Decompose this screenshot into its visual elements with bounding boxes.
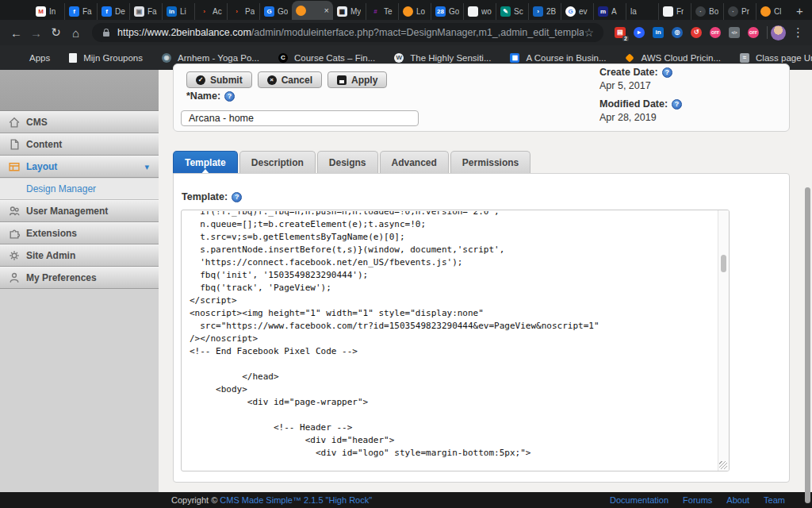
sidebar-item-site-admin[interactable]: Site Admin	[0, 244, 159, 267]
sidebar-item-cms[interactable]: CMS	[0, 111, 159, 133]
code-area[interactable]: if(!f._fbq)f._fbq=n;n.push=n;n.loaded=!0…	[182, 211, 718, 470]
submit-check-icon: ✓	[196, 75, 205, 85]
bookmark-item[interactable]: ≈Class page Unleas...	[740, 53, 812, 63]
blocker-off-extension-icon[interactable]: OFF	[710, 27, 721, 38]
browser-tab[interactable]: ·Bo	[691, 3, 723, 20]
red-tiles-extension-icon[interactable]: ▤2	[615, 27, 626, 38]
browser-tab[interactable]: inLi	[162, 3, 194, 20]
bookmark-label: Course Cats – Fin...	[294, 53, 375, 63]
browser-tab[interactable]: fFa	[64, 3, 97, 20]
resize-handle-icon[interactable]	[719, 461, 727, 469]
loom-extension-icon[interactable]: ▸	[634, 27, 645, 38]
reload-icon[interactable]: ↻	[46, 25, 66, 40]
back-icon[interactable]: ←	[6, 26, 26, 40]
browser-tab[interactable]: ›2B	[528, 3, 561, 20]
bookmark-item[interactable]: Mijn Groupons	[69, 53, 143, 63]
sidebar-item-design-manager[interactable]: Design Manager	[0, 178, 159, 200]
sidebar-item-my-preferences[interactable]: My Preferences	[0, 267, 159, 289]
browser-tab-active[interactable]: ×	[292, 1, 333, 20]
browser-tab[interactable]: Fr	[658, 3, 691, 20]
name-help-icon[interactable]: ?	[224, 91, 235, 102]
window-scrollbar-thumb[interactable]	[805, 187, 810, 503]
close-tab-icon[interactable]: ×	[324, 6, 329, 15]
browser-tab[interactable]: MIn	[32, 3, 64, 20]
editor-scrollbar-thumb[interactable]	[721, 255, 726, 272]
tab-title: De	[115, 7, 125, 16]
submit-button[interactable]: ✓ Submit	[186, 71, 252, 88]
bookmark-item[interactable]: CCourse Cats – Fin...	[278, 53, 375, 63]
bookmark-label: A Course in Busin...	[526, 53, 606, 63]
action-button-row: ✓ Submit × Cancel Apply	[186, 71, 387, 88]
tab-designs[interactable]: Designs	[317, 151, 378, 174]
browser-tab[interactable]: ·Pr	[723, 3, 756, 20]
name-input[interactable]: Arcana - home	[181, 110, 419, 126]
footer-link-forums[interactable]: Forums	[683, 495, 712, 505]
home-icon-browser[interactable]: ⌂	[66, 26, 86, 40]
cancel-button[interactable]: × Cancel	[258, 71, 322, 88]
profile-avatar[interactable]	[771, 25, 786, 40]
browser-tab[interactable]: ▦My	[333, 3, 366, 20]
users-icon	[8, 205, 21, 217]
main-content: ✓ Submit × Cancel Apply *Name: ? Arcana …	[159, 70, 812, 492]
template-help-icon[interactable]: ?	[232, 192, 242, 202]
browser-tab[interactable]: fDe	[97, 3, 129, 20]
lock-icon[interactable]	[103, 32, 109, 37]
blocker-off-extension-2-icon[interactable]: OFF	[748, 27, 759, 38]
tab-template[interactable]: Template	[173, 151, 238, 174]
sidebar-item-content[interactable]: Content	[0, 133, 159, 156]
code-extension-icon[interactable]: </>	[729, 27, 740, 38]
bookmark-item[interactable]: AWS Cloud Pricin...	[625, 53, 721, 63]
bookmark-favicon: ◉	[162, 53, 171, 63]
site-admin-icon	[8, 249, 21, 262]
sidebar-item-extensions[interactable]: Extensions	[0, 222, 159, 244]
browser-tab[interactable]: ›Pa	[227, 3, 259, 20]
linkedin-extension-icon[interactable]: in	[653, 27, 664, 38]
new-tab-button[interactable]: +	[796, 4, 803, 17]
browser-tab[interactable]: #Te	[366, 3, 398, 20]
version-link[interactable]: CMS Made Simple™ 2.1.5 "High Rock"	[220, 495, 372, 505]
tab-permissions[interactable]: Permissions	[450, 151, 530, 174]
footer-link-team[interactable]: Team	[764, 495, 785, 505]
bookmark-star-icon[interactable]: ☆	[584, 26, 594, 39]
modified-date-help-icon[interactable]: ?	[672, 99, 682, 110]
browser-tab[interactable]: wo	[463, 3, 496, 20]
template-code-editor[interactable]: if(!f._fbq)f._fbq=n;n.push=n;n.loaded=!0…	[181, 210, 730, 471]
favicon: ·	[728, 6, 738, 17]
tab-advanced[interactable]: Advanced	[380, 151, 449, 174]
browser-tab[interactable]: ✎Sc	[496, 3, 528, 20]
browser-tab[interactable]: Gev	[561, 3, 593, 20]
url-text[interactable]: https://www.2beinbalance.com/admin/modul…	[117, 27, 584, 38]
browser-tab[interactable]: 28Go	[431, 3, 463, 20]
browser-menu-icon[interactable]: ⋮	[792, 25, 804, 40]
tab-title: Go	[278, 7, 288, 16]
footer-link-documentation[interactable]: Documentation	[610, 495, 668, 505]
footer-link-about[interactable]: About	[726, 495, 749, 505]
compass-extension-icon[interactable]: ◎	[672, 27, 683, 38]
browser-tab[interactable]: mA	[593, 3, 626, 20]
bookmark-item[interactable]: ▦A Course in Busin...	[510, 53, 606, 63]
browser-tab[interactable]: Cl	[756, 3, 788, 20]
editor-scrollbar[interactable]	[718, 210, 729, 471]
forward-icon[interactable]: →	[26, 26, 46, 40]
sidebar-item-layout[interactable]: Layout▾	[0, 156, 159, 178]
address-bar[interactable]: https://www.2beinbalance.com/admin/modul…	[92, 23, 603, 42]
browser-tab[interactable]: la	[626, 3, 658, 20]
apply-button[interactable]: Apply	[327, 71, 387, 88]
template-code[interactable]: if(!f._fbq)f._fbq=n;n.push=n;n.loaded=!0…	[182, 211, 718, 460]
browser-tab[interactable]: ›Ac	[194, 3, 227, 20]
create-date-help-icon[interactable]: ?	[662, 67, 672, 78]
sidebar-item-label: Design Manager	[26, 183, 96, 194]
browser-tab[interactable]: ▣Fa	[129, 3, 162, 20]
browser-toolbar: ← → ↻ ⌂ https://www.2beinbalance.com/adm…	[0, 20, 812, 45]
bookmark-item[interactable]: Apps	[13, 53, 50, 63]
browser-tab[interactable]: Lo	[398, 3, 431, 20]
url-host: https://www.2beinbalance.com	[117, 27, 251, 38]
bookmark-item[interactable]: WThe Highly Sensiti...	[394, 53, 491, 63]
sidebar-item-user-management[interactable]: User Management	[0, 200, 159, 222]
tab-description[interactable]: Description	[239, 151, 316, 174]
bookmark-item[interactable]: ◉Arnhem - Yoga Po...	[162, 53, 259, 63]
browser-tab[interactable]: GGo	[259, 3, 292, 20]
bookmark-favicon: W	[394, 53, 404, 63]
tab-title: ev	[579, 7, 588, 16]
power-red-extension-icon[interactable]: ↺	[691, 27, 702, 38]
